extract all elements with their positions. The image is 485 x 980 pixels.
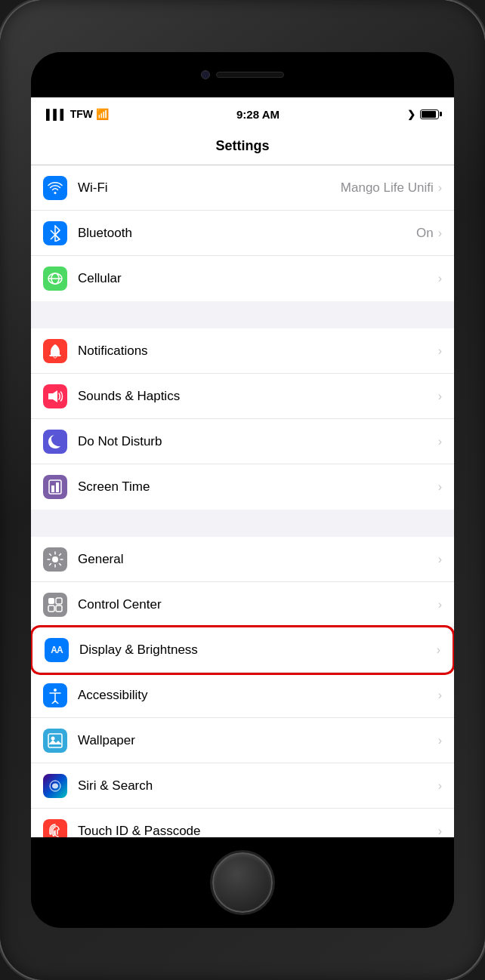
cellular-label: Cellular: [78, 271, 438, 286]
touchid-icon: [43, 819, 67, 837]
settings-row-wifi[interactable]: Wi-Fi Mango Life Unifi ›: [31, 165, 454, 211]
wifi-value: Mango Life Unifi: [341, 180, 434, 196]
wifi-icon: [43, 176, 67, 200]
settings-row-wallpaper[interactable]: Wallpaper ›: [31, 718, 454, 763]
phone-top-bar: [31, 52, 454, 97]
screentime-icon: [43, 475, 67, 499]
nav-header: Settings: [31, 131, 454, 165]
donotdisturb-icon: [43, 430, 67, 454]
controlcenter-label: Control Center: [78, 597, 438, 612]
signal-bars-icon: ▌▌▌: [46, 109, 67, 120]
status-right: ❯: [407, 109, 439, 120]
settings-row-accessibility[interactable]: Accessibility ›: [31, 673, 454, 718]
settings-row-cellular[interactable]: Cellular ›: [31, 256, 454, 301]
notifications-group: Notifications › Sounds & Haptics ›: [31, 328, 454, 510]
accessibility-label: Accessibility: [78, 688, 438, 703]
touchid-chevron: ›: [438, 824, 442, 837]
sounds-icon: [43, 384, 67, 408]
wallpaper-label: Wallpaper: [78, 733, 438, 748]
cellular-icon: [43, 267, 67, 291]
location-icon: ❯: [407, 109, 415, 120]
settings-row-donotdisturb[interactable]: Do Not Disturb ›: [31, 419, 454, 464]
svg-point-9: [52, 556, 58, 562]
display-label: Display & Brightness: [79, 643, 437, 658]
accessibility-chevron: ›: [438, 689, 442, 702]
phone-frame: ▌▌▌ TFW 📶 9:28 AM ❯ Settings: [0, 0, 485, 980]
screen-content: ▌▌▌ TFW 📶 9:28 AM ❯ Settings: [31, 97, 454, 837]
carrier-label: TFW: [70, 108, 93, 120]
notifications-chevron: ›: [438, 344, 442, 358]
page-title: Settings: [215, 138, 269, 153]
screentime-label: Screen Time: [78, 479, 438, 495]
wifi-chevron: ›: [438, 181, 442, 195]
svg-rect-6: [49, 480, 61, 494]
settings-group-3: General › Control Center ›: [31, 537, 454, 837]
touchid-label: Touch ID & Passcode: [78, 824, 438, 837]
bluetooth-chevron: ›: [438, 227, 442, 240]
svg-rect-10: [48, 598, 54, 604]
connectivity-group: Wi-Fi Mango Life Unifi › Bluetooth: [31, 165, 454, 301]
donotdisturb-label: Do Not Disturb: [78, 434, 438, 449]
display-chevron: ›: [437, 643, 440, 657]
svg-rect-7: [51, 485, 54, 492]
sounds-chevron: ›: [438, 390, 442, 403]
svg-rect-12: [48, 606, 54, 612]
section-divider-1: [31, 301, 454, 328]
settings-row-siri[interactable]: Siri & Search ›: [31, 763, 454, 809]
notifications-label: Notifications: [78, 344, 438, 359]
phone-screen: ▌▌▌ TFW 📶 9:28 AM ❯ Settings: [31, 52, 454, 928]
svg-point-14: [54, 689, 57, 692]
status-left: ▌▌▌ TFW 📶: [46, 108, 109, 120]
settings-row-general[interactable]: General ›: [31, 537, 454, 582]
svg-rect-11: [56, 598, 62, 604]
speaker-grille: [216, 72, 284, 78]
donotdisturb-chevron: ›: [438, 435, 442, 448]
home-button-area: [31, 837, 454, 928]
svg-rect-16: [48, 734, 62, 747]
bluetooth-icon: [43, 221, 67, 245]
settings-row-bluetooth[interactable]: Bluetooth On ›: [31, 211, 454, 256]
accessibility-icon: [43, 683, 67, 707]
svg-point-15: [51, 736, 55, 740]
sounds-label: Sounds & Haptics: [78, 389, 438, 404]
bluetooth-value: On: [416, 226, 434, 241]
battery-icon: [420, 109, 439, 119]
cellular-chevron: ›: [438, 272, 442, 285]
settings-row-touchid[interactable]: Touch ID & Passcode ›: [31, 809, 454, 837]
siri-label: Siri & Search: [78, 778, 438, 794]
general-chevron: ›: [438, 553, 442, 566]
controlcenter-icon: [43, 593, 67, 617]
screentime-chevron: ›: [438, 480, 442, 494]
settings-row-screentime[interactable]: Screen Time ›: [31, 464, 454, 510]
settings-row-notifications[interactable]: Notifications ›: [31, 328, 454, 374]
controlcenter-chevron: ›: [438, 598, 442, 612]
status-time: 9:28 AM: [236, 108, 280, 121]
front-camera: [201, 70, 210, 79]
general-icon: [43, 547, 67, 572]
wifi-label: Wi-Fi: [78, 180, 341, 196]
svg-rect-8: [56, 482, 59, 492]
settings-row-sounds[interactable]: Sounds & Haptics ›: [31, 374, 454, 419]
settings-row-controlcenter[interactable]: Control Center ›: [31, 582, 454, 627]
notifications-icon: [43, 339, 67, 363]
bluetooth-label: Bluetooth: [78, 226, 416, 241]
svg-marker-5: [48, 390, 57, 402]
settings-row-display[interactable]: AA Display & Brightness ›: [32, 627, 453, 673]
wifi-icon: 📶: [96, 108, 109, 120]
siri-icon: [43, 774, 67, 798]
wallpaper-chevron: ›: [438, 734, 442, 747]
section-divider-2: [31, 510, 454, 537]
status-bar: ▌▌▌ TFW 📶 9:28 AM ❯: [31, 97, 454, 131]
svg-rect-13: [56, 606, 62, 612]
display-icon: AA: [45, 638, 69, 662]
home-button[interactable]: [212, 852, 273, 913]
siri-chevron: ›: [438, 779, 442, 793]
wallpaper-icon: [43, 729, 67, 753]
general-label: General: [78, 552, 438, 567]
